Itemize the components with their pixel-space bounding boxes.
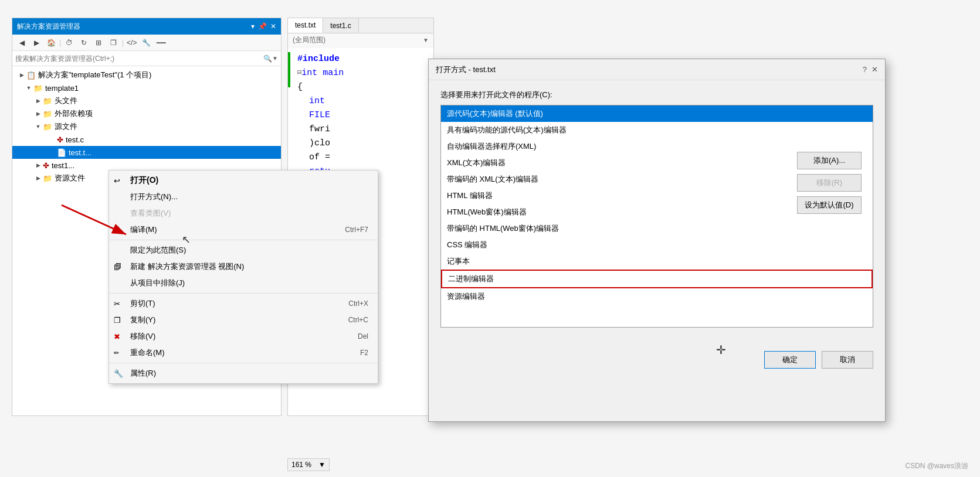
close-dialog-btn[interactable]: ✕: [872, 65, 878, 74]
ctx-compile-shortcut: Ctrl+F7: [345, 226, 368, 234]
tree-test-txt[interactable]: 📄 test.t...: [12, 146, 281, 159]
ctx-cut[interactable]: ✂ 剪切(T) Ctrl+X: [109, 295, 378, 312]
ctx-new-view[interactable]: 🗐 新建 解决方案资源管理器 视图(N): [109, 258, 378, 275]
expander-icon: [48, 135, 57, 144]
set-default-btn[interactable]: 设为默认值(D): [797, 196, 862, 214]
tree-item-label: 资源文件: [55, 173, 85, 183]
copy-ctx-icon: ❐: [114, 316, 121, 325]
dialog-title-controls: ? ✕: [863, 65, 878, 74]
code-btn[interactable]: </>: [126, 36, 138, 49]
search-box[interactable]: 🔍 ▼: [12, 51, 281, 66]
scope-dropdown[interactable]: ▼: [423, 37, 429, 43]
code-line-2: ⊟ int main: [290, 66, 431, 80]
settings-btn[interactable]: 🔧: [140, 36, 153, 49]
solution-panel-title: 解决方案资源管理器: [17, 22, 80, 32]
tree-test-c[interactable]: ✤ test.c: [12, 133, 281, 146]
tree-headers[interactable]: ▶ 📁 头文件: [12, 94, 281, 107]
ctx-remove[interactable]: ✖ 移除(V) Del: [109, 328, 378, 345]
code-line-4: int: [290, 94, 431, 108]
ctx-open[interactable]: ↩ 打开(O): [109, 172, 378, 189]
code-text: )clo: [297, 137, 330, 151]
watermark: CSDN @waves浪游: [905, 461, 968, 471]
ok-btn[interactable]: 确定: [764, 351, 816, 369]
scope-selector[interactable]: (全局范围) ▼: [288, 33, 433, 47]
search-dropdown-icon[interactable]: ▼: [272, 55, 278, 62]
folder-icon: 📁: [43, 97, 52, 105]
copy2-btn[interactable]: ❐: [107, 36, 120, 49]
refresh-btn[interactable]: ↻: [77, 36, 90, 49]
collapse-icon[interactable]: ⊟: [297, 67, 301, 79]
program-item-10[interactable]: 二进制编辑器: [441, 270, 873, 288]
back-btn[interactable]: ◀: [15, 36, 28, 49]
ctx-properties-label: 属性(R): [130, 368, 156, 379]
ctx-rename[interactable]: ✏ 重命名(M) F2: [109, 345, 378, 361]
zoom-dropdown-icon[interactable]: ▼: [315, 461, 329, 469]
tree-item-label: template1: [45, 84, 79, 93]
ctx-scope[interactable]: 限定为此范围(S): [109, 242, 378, 258]
timer-btn[interactable]: ⏱: [63, 36, 76, 49]
forward-btn[interactable]: ▶: [30, 36, 43, 49]
tree-solution-root[interactable]: ▶ 📋 解决方案"templateTest"(1 个项目): [12, 69, 281, 81]
code-text: #include: [297, 52, 340, 66]
expander-icon: ▶: [33, 109, 43, 118]
program-item-9[interactable]: 记事本: [441, 253, 873, 270]
folder-icon: 📁: [43, 174, 52, 183]
ctx-open-with[interactable]: 打开方式(N)...: [109, 189, 378, 205]
search-icon: 🔍: [263, 54, 272, 63]
tree-item-label: test1...: [52, 161, 74, 170]
zoom-bar: 161 % ▼: [287, 458, 330, 471]
tree-external-deps[interactable]: ▶ 📁 外部依赖项: [12, 107, 281, 120]
ctx-new-view-label: 新建 解决方案资源管理器 视图(N): [130, 261, 244, 272]
context-menu: ↩ 打开(O) 打开方式(N)... 查看类图(V) 🔨 编译(M) Ctrl+…: [108, 170, 378, 384]
help-btn[interactable]: ?: [863, 65, 867, 74]
remove-btn[interactable]: 移除(R): [797, 174, 862, 192]
folder-icon: 📁: [43, 122, 52, 131]
scope-label: (全局范围): [293, 35, 325, 45]
tree-template1[interactable]: ▼ 📁 template1: [12, 81, 281, 94]
ctx-compile-label: 编译(M): [130, 224, 157, 235]
solution-tree: ▶ 📋 解决方案"templateTest"(1 个项目) ▼ 📁 templa…: [12, 66, 281, 187]
ctx-properties[interactable]: 🔧 属性(R): [109, 365, 378, 381]
ctx-view-class[interactable]: 查看类图(V): [109, 205, 378, 222]
tab-test1-c[interactable]: test1.c: [323, 18, 358, 33]
program-list[interactable]: 源代码(文本)编辑器 (默认值) 具有编码功能的源代码(文本)编辑器 自动编辑器…: [440, 105, 873, 328]
tree-item-label: test.t...: [69, 148, 91, 157]
program-item-11[interactable]: 资源编辑器: [441, 288, 873, 305]
program-item-0[interactable]: 源代码(文本)编辑器 (默认值): [441, 105, 873, 122]
ctx-open-label: 打开(O): [130, 175, 158, 186]
ctx-cut-label: 剪切(T): [130, 298, 155, 309]
tab-test-txt[interactable]: test.txt: [288, 18, 323, 33]
code-text: int: [297, 94, 325, 108]
new-view-icon: 🗐: [114, 263, 121, 271]
cancel-btn[interactable]: 取消: [822, 351, 873, 369]
tree-source-files[interactable]: ▼ 📁 源文件: [12, 120, 281, 133]
copy-btn[interactable]: ⊞: [92, 36, 105, 49]
program-item-1[interactable]: 具有编码功能的源代码(文本)编辑器: [441, 122, 873, 138]
expander-icon: ▶: [33, 96, 43, 105]
separator-2: [109, 293, 378, 294]
separator-3: [109, 363, 378, 363]
pin-icon[interactable]: ▾: [251, 22, 255, 30]
ctx-exclude[interactable]: 从项目中排除(J): [109, 275, 378, 291]
code-line-3: {: [290, 80, 431, 94]
right-buttons: 添加(A)... 移除(R) 设为默认值(D): [797, 152, 862, 214]
open-icon: ↩: [114, 176, 120, 185]
ctx-compile[interactable]: 🔨 编译(M) Ctrl+F7: [109, 222, 378, 238]
add-btn[interactable]: 添加(A)...: [797, 152, 862, 169]
expander-icon: [48, 148, 57, 157]
close-icon[interactable]: ✕: [270, 22, 276, 30]
ctx-copy[interactable]: ❐ 复制(Y) Ctrl+C: [109, 312, 378, 328]
c-file-icon: ✤: [43, 161, 49, 170]
ctx-rename-shortcut: F2: [360, 349, 368, 357]
minus-btn[interactable]: —: [155, 36, 168, 49]
dialog-title: 打开方式 - test.txt: [436, 64, 496, 75]
ctx-open-with-label: 打开方式(N)...: [130, 192, 178, 202]
home-btn[interactable]: 🏠: [45, 36, 57, 49]
program-item-8[interactable]: CSS 编辑器: [441, 237, 873, 253]
program-item-7[interactable]: 带编码的 HTML(Web窗体)编辑器: [441, 220, 873, 237]
pin-icon2[interactable]: 📌: [258, 22, 267, 30]
cut-icon: ✂: [114, 299, 120, 308]
ctx-remove-shortcut: Del: [358, 332, 368, 340]
tree-item-label: 头文件: [55, 96, 77, 106]
search-input[interactable]: [15, 54, 263, 63]
